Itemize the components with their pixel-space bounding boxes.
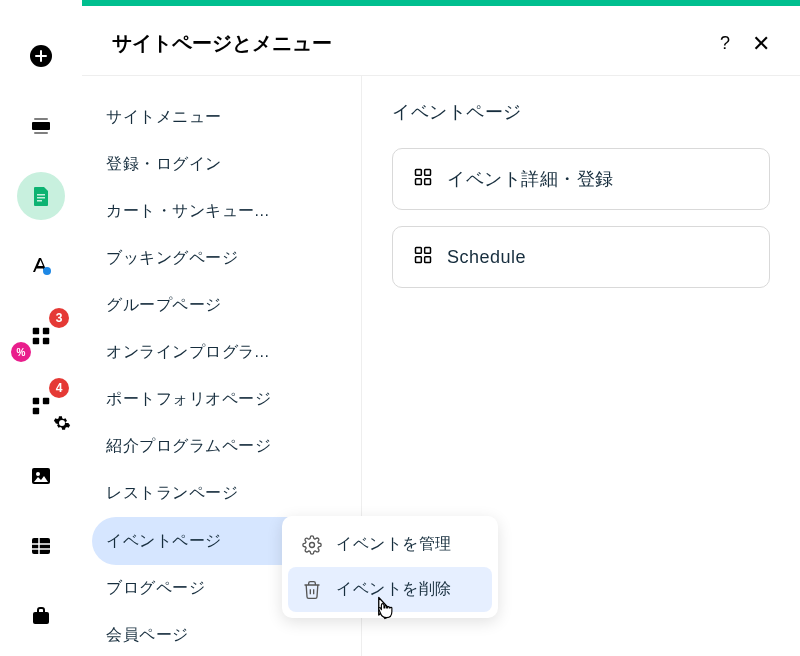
page-card-label: Schedule <box>447 247 526 268</box>
svg-rect-11 <box>43 338 49 344</box>
header-actions: ? ✕ <box>720 33 770 55</box>
apps-button[interactable]: 3 % <box>17 312 65 360</box>
pages-button[interactable] <box>17 172 65 220</box>
svg-point-7 <box>43 267 51 275</box>
panel-title: サイトページとメニュー <box>112 30 332 57</box>
nav-item-label: ブッキングページ <box>106 248 238 269</box>
apps-badge: 3 <box>49 308 69 328</box>
add-button[interactable] <box>17 32 65 80</box>
svg-rect-13 <box>43 398 49 404</box>
svg-rect-14 <box>33 408 39 414</box>
trash-icon <box>302 580 322 600</box>
data-button[interactable] <box>17 522 65 570</box>
svg-rect-17 <box>32 538 50 554</box>
svg-rect-30 <box>425 257 431 263</box>
nav-item-site-menu[interactable]: サイトメニュー <box>92 94 351 141</box>
page-card-schedule[interactable]: Schedule <box>392 226 770 288</box>
design-button[interactable] <box>17 242 65 290</box>
svg-rect-2 <box>34 118 48 120</box>
page-card-label: イベント詳細・登録 <box>447 167 614 191</box>
nav-item-label: イベントページ <box>106 531 222 552</box>
nav-item-label: 登録・ログイン <box>106 154 222 175</box>
nav-item-restaurant[interactable]: レストランページ <box>92 470 351 517</box>
content-title: イベントページ <box>392 100 770 124</box>
cursor-icon <box>370 594 398 626</box>
svg-point-16 <box>36 472 40 476</box>
svg-rect-12 <box>33 398 39 404</box>
svg-rect-8 <box>33 328 39 334</box>
panel-header: サイトページとメニュー ? ✕ <box>82 6 800 75</box>
nav-item-portfolio[interactable]: ポートフォリオページ <box>92 376 351 423</box>
svg-rect-3 <box>34 132 48 134</box>
grid-icon <box>413 167 433 191</box>
grid-icon <box>413 245 433 269</box>
svg-rect-27 <box>416 248 422 254</box>
dev-badge: 4 <box>49 378 69 398</box>
svg-rect-25 <box>416 179 422 185</box>
nav-item-label: 会員ページ <box>106 625 189 646</box>
menu-item-label: イベントを管理 <box>336 534 452 555</box>
help-icon[interactable]: ? <box>720 33 730 54</box>
nav-item-label: ポートフォリオページ <box>106 389 271 410</box>
nav-item-label: ブログページ <box>106 578 205 599</box>
gear-overlay-icon <box>53 414 71 432</box>
svg-rect-10 <box>33 338 39 344</box>
promo-icon: % <box>11 342 31 362</box>
nav-item-members[interactable]: 会員ページ <box>92 612 351 656</box>
svg-rect-4 <box>37 194 45 196</box>
nav-item-referral[interactable]: 紹介プログラムページ <box>92 423 351 470</box>
nav-item-signup[interactable]: 登録・ログイン <box>92 141 351 188</box>
nav-item-label: カート・サンキュー... <box>106 201 269 222</box>
nav-item-label: レストランページ <box>106 483 238 504</box>
nav-item-label: グループページ <box>106 295 222 316</box>
nav-item-booking[interactable]: ブッキングページ <box>92 235 351 282</box>
gear-icon <box>302 535 322 555</box>
svg-point-31 <box>310 542 315 547</box>
svg-rect-29 <box>416 257 422 263</box>
menu-manage-events[interactable]: イベントを管理 <box>288 522 492 567</box>
close-icon[interactable]: ✕ <box>752 33 770 55</box>
icon-rail: 3 % 4 <box>0 0 82 656</box>
nav-item-label: サイトメニュー <box>106 107 222 128</box>
svg-rect-21 <box>33 612 49 624</box>
media-button[interactable] <box>17 452 65 500</box>
nav-item-cart[interactable]: カート・サンキュー... <box>92 188 351 235</box>
svg-rect-24 <box>425 170 431 176</box>
nav-item-online-program[interactable]: オンラインプログラ... <box>92 329 351 376</box>
nav-item-group[interactable]: グループページ <box>92 282 351 329</box>
svg-rect-5 <box>37 197 45 199</box>
dev-button[interactable]: 4 <box>17 382 65 430</box>
page-card-event-details[interactable]: イベント詳細・登録 <box>392 148 770 210</box>
svg-rect-23 <box>416 170 422 176</box>
business-button[interactable] <box>17 592 65 640</box>
svg-rect-28 <box>425 248 431 254</box>
svg-rect-9 <box>43 328 49 334</box>
nav-item-label: 紹介プログラムページ <box>106 436 271 457</box>
svg-rect-26 <box>425 179 431 185</box>
svg-rect-1 <box>32 122 50 130</box>
svg-rect-6 <box>37 200 42 202</box>
section-icon[interactable] <box>17 102 65 150</box>
nav-item-label: オンラインプログラ... <box>106 342 269 363</box>
